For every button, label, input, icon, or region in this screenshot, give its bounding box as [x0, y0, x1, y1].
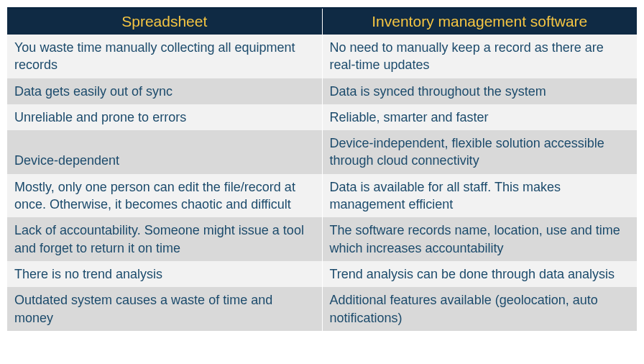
- table-row: You waste time manually collecting all e…: [7, 35, 637, 78]
- cell-left: Device-dependent: [7, 130, 322, 174]
- header-inventory-software: Inventory management software: [322, 8, 637, 35]
- cell-left: Outdated system causes a waste of time a…: [7, 287, 322, 331]
- cell-right: No need to manually keep a record as the…: [322, 35, 637, 78]
- cell-left: Data gets easily out of sync: [7, 78, 322, 104]
- cell-right: Additional features available (geolocati…: [322, 287, 637, 331]
- header-spreadsheet: Spreadsheet: [7, 8, 322, 35]
- cell-right: Device-independent, flexible solution ac…: [322, 130, 637, 174]
- comparison-table: Spreadsheet Inventory management softwar…: [7, 7, 637, 331]
- table-row: There is no trend analysis Trend analysi…: [7, 261, 637, 287]
- cell-left: You waste time manually collecting all e…: [7, 35, 322, 78]
- cell-left: Unreliable and prone to errors: [7, 104, 322, 130]
- cell-right: Data is available for all staff. This ma…: [322, 174, 637, 218]
- table-row: Device-dependent Device-independent, fle…: [7, 130, 637, 174]
- cell-right: Reliable, smarter and faster: [322, 104, 637, 130]
- table-row: Unreliable and prone to errors Reliable,…: [7, 104, 637, 130]
- table-row: Mostly, only one person can edit the fil…: [7, 174, 637, 218]
- cell-left: Lack of accountability. Someone might is…: [7, 217, 322, 261]
- table-row: Lack of accountability. Someone might is…: [7, 217, 637, 261]
- cell-left: Mostly, only one person can edit the fil…: [7, 174, 322, 218]
- table-row: Outdated system causes a waste of time a…: [7, 287, 637, 331]
- table-header-row: Spreadsheet Inventory management softwar…: [7, 8, 637, 35]
- cell-right: Trend analysis can be done through data …: [322, 261, 637, 287]
- cell-right: Data is synced throughout the system: [322, 78, 637, 104]
- cell-left: There is no trend analysis: [7, 261, 322, 287]
- cell-right: The software records name, location, use…: [322, 217, 637, 261]
- table-row: Data gets easily out of sync Data is syn…: [7, 78, 637, 104]
